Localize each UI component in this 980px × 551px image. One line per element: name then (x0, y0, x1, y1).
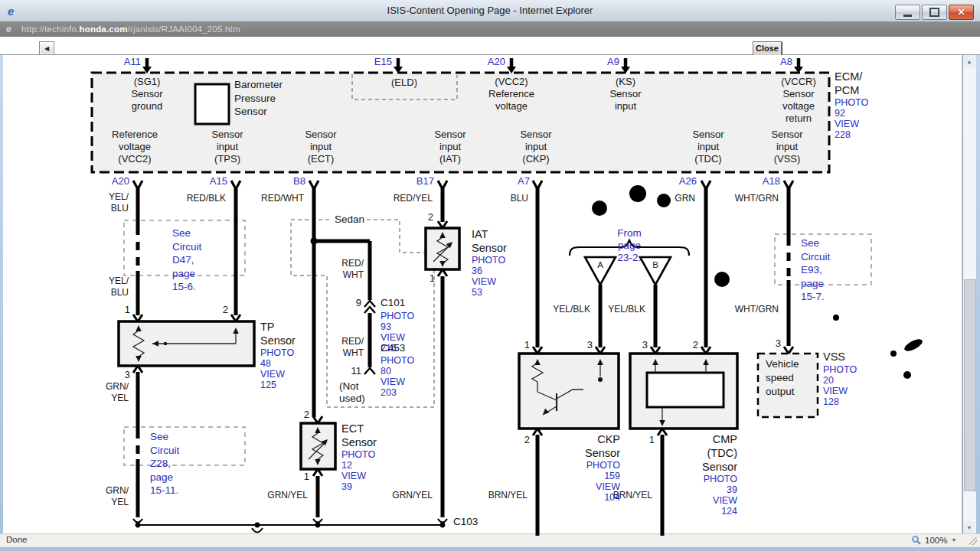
ecm-tdc-label: Sensor input (TDC) (692, 129, 724, 165)
scroll-down-button[interactable]: ▼ (963, 521, 975, 533)
cmp-pin3: 3 (642, 339, 648, 351)
cmp-sensor-links[interactable]: PHOTO 39 VIEW 124 (704, 474, 737, 517)
wire-yelblk-b: YEL/BLK (608, 303, 645, 315)
ect-sensor-name: ECT Sensor (341, 422, 377, 449)
barometer-sensor-label: Barometer Pressure Sensor (234, 78, 283, 119)
status-bar (0, 533, 980, 547)
wire-whtgrn-1: WHT/GRN (735, 192, 779, 204)
wire-grnyel-1: GRN/ YEL (106, 381, 129, 404)
iat-sensor-links[interactable]: PHOTO 36 VIEW 53 (472, 255, 505, 298)
status-text: Done (6, 535, 28, 544)
minimize-button[interactable] (895, 5, 920, 20)
wire-grnyel-3: GRN/YEL (267, 489, 308, 501)
pin-a8: A8 (780, 56, 792, 68)
vss-pin3: 3 (776, 337, 781, 350)
cmp-pin2: 2 (693, 339, 698, 351)
tp-pin3: 3 (125, 369, 130, 381)
title-bar: e ISIS-Content Opening Page - Internet E… (0, 0, 980, 22)
ckp-sensor-name: CKP Sensor (585, 432, 620, 460)
scroll-up-button[interactable]: ▲ (963, 55, 975, 67)
back-button[interactable]: ◀ (39, 41, 54, 55)
wire-whtgrn-2: WHT/GRN (735, 303, 779, 315)
tp-pin2: 2 (223, 304, 228, 316)
wire-grnyel-2: GRN/ YEL (106, 485, 129, 508)
zoom-dropdown-icon: ▼ (951, 537, 956, 543)
ecm-ref-voltage-label: Reference voltage (VCC2) (112, 129, 158, 165)
pin-b17: B17 (416, 175, 434, 187)
not-used-label: (Not used) (339, 380, 365, 405)
maximize-icon (929, 8, 939, 17)
close-page-button[interactable]: Close (753, 41, 782, 56)
tp-pin1: 1 (125, 304, 130, 316)
pin-a15: A15 (210, 175, 227, 187)
ect-sensor-links[interactable]: PHOTO 12 VIEW 39 (341, 449, 375, 492)
ckp-sensor-links[interactable]: PHOTO 159 VIEW 104 (586, 460, 620, 503)
wire-yelblk-a: YEL/BLK (553, 303, 590, 315)
ecm-photo-view-link[interactable]: PHOTO 92 VIEW 228 (835, 97, 868, 140)
ecm-ks-label: (KS) Sensor input (609, 76, 641, 112)
ecm-eld-label: (ELD) (391, 77, 417, 89)
vss-name: VSS (823, 350, 845, 363)
minimize-icon (903, 15, 912, 17)
zoom-control[interactable]: 100% ▼ (911, 535, 956, 545)
c101-pin9: 9 (356, 297, 361, 309)
magnifier-icon (911, 535, 921, 545)
ecm-ckp-label: Sensor input (CKP) (520, 129, 551, 165)
ecm-iat-label: Sensor input (IAT) (434, 129, 466, 165)
cmp-pin1: 1 (649, 434, 655, 446)
pin-e15: E15 (374, 56, 392, 68)
pin-a7: A7 (518, 175, 530, 187)
from-page-ref[interactable]: From page 23-2. (617, 227, 642, 264)
wire-redwht-3: RED/ WHT (341, 336, 364, 359)
c453-pin11: 11 (351, 365, 362, 377)
toolbar (0, 37, 980, 55)
vss-box-label: Vehicle speed output (766, 357, 799, 399)
ecm-ect-label: Sensor input (ECT) (305, 129, 336, 165)
pin-a9: A9 (607, 56, 619, 68)
wire-yelblu-2: YEL/ BLU (109, 276, 129, 298)
iat-sensor-name: IAT Sensor (472, 227, 507, 255)
ref-circuit-e93[interactable]: See Circuit E93, page 15-7. (801, 236, 830, 304)
maximize-button[interactable] (922, 5, 947, 20)
ecm-sg1-label: (SG1) Sensor ground (131, 76, 162, 112)
ckp-pin2: 2 (524, 434, 530, 446)
c101-label: C101 (381, 297, 405, 309)
ecm-pcm-title: ECM/ PCM (835, 70, 862, 97)
vss-links[interactable]: PHOTO 20 VIEW 128 (823, 364, 857, 407)
wire-grnyel-4: GRN/YEL (392, 489, 433, 501)
pin-a18: A18 (763, 175, 780, 187)
pin-a11: A11 (124, 56, 141, 68)
pin-b8: B8 (293, 175, 305, 187)
wire-brnyel-1: BRN/YEL (488, 489, 528, 501)
ecm-vccr-label: (VCCR) Sensor voltage return (781, 76, 816, 125)
sedan-label: Sedan (332, 214, 367, 226)
wire-grn: GRN (675, 192, 695, 204)
wire-yelblu-1: YEL/ BLU (109, 191, 129, 214)
url-text[interactable]: http://techinfo.honda.com/rjanisis/RJAAI… (21, 24, 240, 34)
ect-pin2: 2 (304, 409, 309, 421)
ie-page-icon: e (6, 24, 17, 34)
ecm-tps-label: Sensor input (TPS) (211, 129, 243, 165)
wire-blu: BLU (511, 192, 528, 204)
address-bar[interactable]: e http://techinfo.honda.com/rjanisis/RJA… (0, 21, 980, 37)
tp-sensor-name: TP Sensor (260, 320, 296, 347)
c453-links[interactable]: PHOTO 80 VIEW 203 (381, 355, 414, 398)
window-title: ISIS-Content Opening Page - Internet Exp… (0, 5, 980, 16)
ref-circuit-d47[interactable]: See Circuit D47, page 15-6. (172, 227, 201, 294)
ckp-pin3: 3 (587, 339, 593, 351)
zoom-level: 100% (925, 536, 947, 545)
ref-circuit-z28[interactable]: See Circuit Z28, page 15-11. (150, 430, 179, 497)
c453-label: C453 (381, 342, 405, 354)
tp-sensor-links[interactable]: PHOTO 48 VIEW 125 (260, 347, 294, 390)
iat-pin1: 1 (430, 272, 435, 285)
close-window-button[interactable]: ✕ (949, 5, 974, 20)
triangle-a-label: A (597, 259, 603, 271)
c103-label: C103 (453, 516, 478, 528)
ecm-vss-label: Sensor input (VSS) (771, 129, 802, 165)
pin-a20-ecm: A20 (488, 56, 505, 68)
wire-redblk: RED/BLK (187, 192, 226, 204)
back-icon: ◀ (44, 45, 49, 52)
scrollbar-thumb[interactable] (964, 279, 976, 491)
triangle-b-label: B (652, 259, 658, 271)
resize-grip (969, 537, 977, 545)
